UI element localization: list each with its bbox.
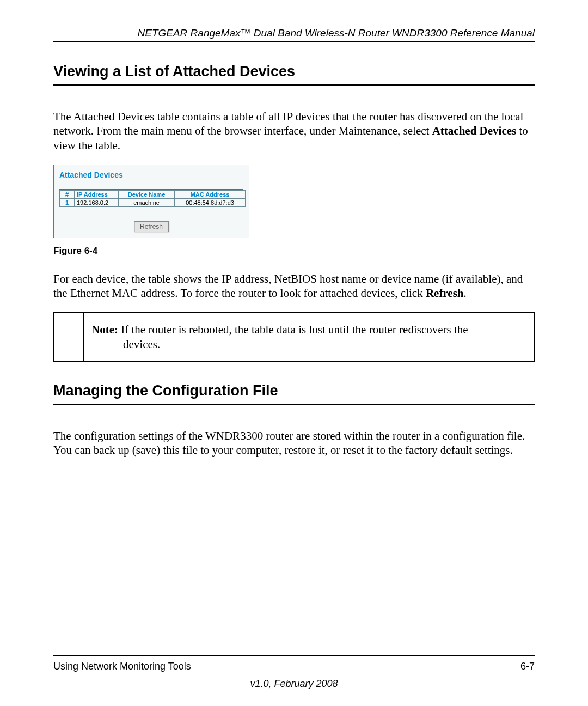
note-box: Note: If the router is rebooted, the tab… bbox=[53, 312, 535, 362]
cell-ip: 192.168.0.2 bbox=[75, 198, 119, 206]
section-heading-config-file: Managing the Configuration File bbox=[53, 382, 535, 405]
footer-section-title: Using Network Monitoring Tools bbox=[53, 661, 191, 672]
note-text: devices. bbox=[91, 337, 521, 351]
table-row: 1 192.168.0.2 emachine 00:48:54:8d:d7:d3 bbox=[60, 198, 246, 206]
table-header-row: # IP Address Device Name MAC Address bbox=[60, 190, 246, 198]
figure-caption: Figure 6-4 bbox=[53, 246, 535, 257]
text-run: . bbox=[464, 287, 467, 300]
cell-device-name: emachine bbox=[119, 198, 175, 206]
footer-version: v1.0, February 2008 bbox=[0, 678, 588, 690]
panel-title: Attached Devices bbox=[58, 169, 244, 189]
term-attached-devices: Attached Devices bbox=[432, 124, 517, 137]
refresh-button[interactable]: Refresh bbox=[134, 221, 169, 232]
page-footer: Using Network Monitoring Tools 6-7 bbox=[53, 655, 535, 672]
paragraph: For each device, the table shows the IP … bbox=[53, 272, 535, 301]
note-text: If the router is rebooted, the table dat… bbox=[118, 323, 468, 336]
manual-page: NETGEAR RangeMax™ Dual Band Wireless-N R… bbox=[0, 0, 588, 706]
footer-page-number: 6-7 bbox=[520, 661, 535, 672]
cell-mac: 00:48:54:8d:d7:d3 bbox=[175, 198, 246, 206]
col-index: # bbox=[60, 190, 75, 198]
note-label: Note: bbox=[91, 323, 118, 336]
attached-devices-table: # IP Address Device Name MAC Address 1 1… bbox=[59, 190, 246, 207]
paragraph: The Attached Devices table contains a ta… bbox=[53, 109, 535, 153]
term-refresh: Refresh bbox=[426, 287, 464, 300]
col-ip-address: IP Address bbox=[75, 190, 119, 198]
section-heading-attached-devices: Viewing a List of Attached Devices bbox=[53, 63, 535, 86]
running-header: NETGEAR RangeMax™ Dual Band Wireless-N R… bbox=[53, 27, 535, 42]
cell-index: 1 bbox=[60, 198, 75, 206]
note-icon-cell bbox=[54, 313, 84, 361]
col-device-name: Device Name bbox=[119, 190, 175, 198]
paragraph: The configuration settings of the WNDR33… bbox=[53, 429, 535, 458]
note-body: Note: If the router is rebooted, the tab… bbox=[84, 313, 534, 361]
col-mac-address: MAC Address bbox=[175, 190, 246, 198]
figure-attached-devices-screenshot: Attached Devices # IP Address Device Nam… bbox=[53, 165, 249, 238]
button-row: Refresh bbox=[58, 221, 244, 232]
